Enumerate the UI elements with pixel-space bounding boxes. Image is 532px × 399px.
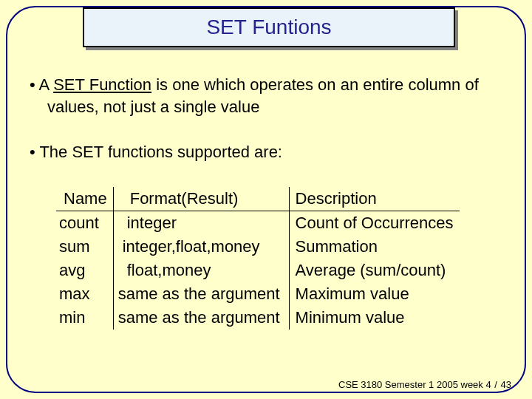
th-format: Format(Result) xyxy=(113,187,289,211)
footer-separator: / xyxy=(491,379,501,390)
title-box: SET Funtions xyxy=(83,7,455,47)
table-row: count integer Count of Occurrences xyxy=(56,211,460,236)
footer-course: CSE 3180 Semester 1 2005 week 4 xyxy=(338,379,491,390)
slide: SET Funtions A SET Function is one which… xyxy=(0,0,532,399)
table-row: avg float,money Average (sum/count) xyxy=(56,259,460,282)
table-row: min same as the argument Minimum value xyxy=(56,306,460,330)
bullet-1: A SET Function is one which operates on … xyxy=(30,74,502,117)
cell-name: min xyxy=(56,306,113,330)
cell-name: sum xyxy=(56,235,113,259)
cell-desc: Summation xyxy=(289,235,459,259)
cell-desc: Average (sum/count) xyxy=(289,259,459,282)
slide-footer: CSE 3180 Semester 1 2005 week 4 / 43 xyxy=(338,379,511,390)
cell-desc: Minimum value xyxy=(289,306,459,330)
th-name: Name xyxy=(56,187,113,211)
footer-page: 43 xyxy=(501,379,511,390)
functions-table: Name Format(Result) Description count in… xyxy=(56,187,502,330)
cell-name: avg xyxy=(56,259,113,282)
bullet-1-pre: A xyxy=(39,75,54,94)
cell-format: integer,float,money xyxy=(113,235,289,259)
table-row: sum integer,float,money Summation xyxy=(56,235,460,259)
th-desc: Description xyxy=(289,187,459,211)
bullet-2: The SET functions supported are: xyxy=(30,141,502,163)
cell-desc: Maximum value xyxy=(289,282,459,306)
cell-format: same as the argument xyxy=(113,306,289,330)
cell-format: float,money xyxy=(113,259,289,282)
cell-desc: Count of Occurrences xyxy=(289,211,459,236)
cell-format: same as the argument xyxy=(113,282,289,306)
content-area: A SET Function is one which operates on … xyxy=(30,74,502,330)
table-row: max same as the argument Maximum value xyxy=(56,282,460,306)
cell-name: max xyxy=(56,282,113,306)
cell-name: count xyxy=(56,211,113,236)
slide-title: SET Funtions xyxy=(206,16,331,39)
bullet-1-underline: SET Function xyxy=(53,75,151,94)
table-header-row: Name Format(Result) Description xyxy=(56,187,460,211)
cell-format: integer xyxy=(113,211,289,236)
